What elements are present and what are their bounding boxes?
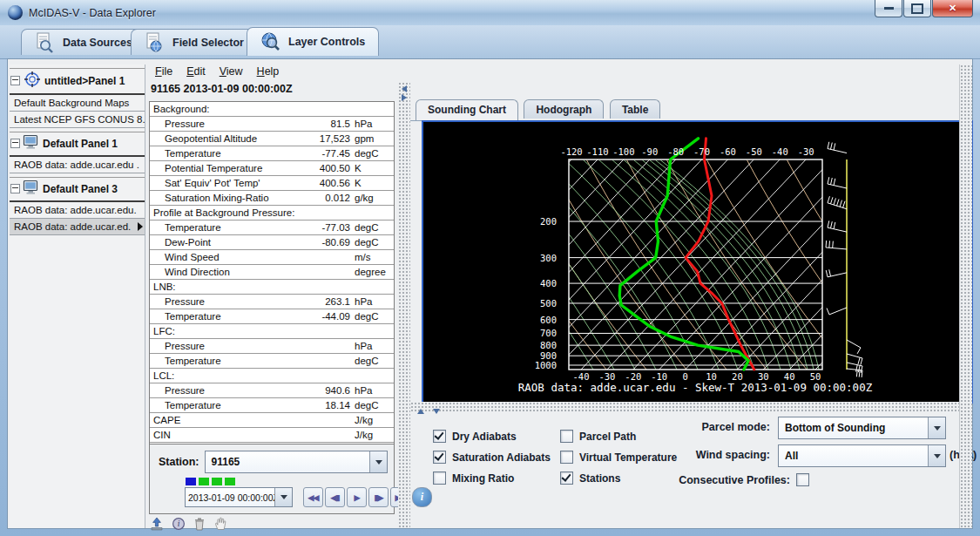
param-label: Temperature [150,311,300,322]
checkbox[interactable] [560,472,573,485]
skewt-chart[interactable]: -120-110-100-90-80-70-60-50-40-30-40-30-… [422,120,973,404]
time-step-square[interactable] [225,478,235,485]
param-value: 400.56 [300,178,350,188]
wind-spacing-label: Wind spacing: [628,449,770,461]
tab-hodograph[interactable]: Hodograph [524,99,604,119]
document-globe-icon [145,32,166,53]
chevron-down-icon[interactable] [928,417,945,438]
tree-group-header[interactable]: untitled>Panel 1 [10,68,145,95]
maximize-button[interactable] [903,0,931,17]
menu-edit[interactable]: Edit [181,64,214,79]
param-label: Pressure [150,385,300,396]
param-value: -77.45 [300,148,350,159]
svg-text:-50: -50 [746,146,762,157]
checkbox[interactable] [560,430,573,443]
tab-data-sources[interactable]: Data Sources [21,29,146,55]
go-first-button[interactable]: ◀◀ [303,487,323,507]
param-unit: J/kg [350,415,394,425]
hand-pan-button[interactable] [213,516,228,534]
param-value: -77.03 [300,222,350,233]
tree-item[interactable]: RAOB data: adde.ucar.edu. [10,202,145,219]
checkbox[interactable] [560,451,573,464]
collapse-left-icon[interactable] [402,85,407,92]
param-row: Profile at Background Pressure: [150,206,394,221]
param-row: CINJ/kg [150,428,394,443]
station-combobox[interactable]: 91165 [205,451,388,473]
param-row: Temperature-77.45degC [150,146,394,161]
chevron-down-icon[interactable] [274,488,292,506]
param-unit: m/s [350,252,394,262]
tab-table[interactable]: Table [610,99,660,119]
consecutive-profiles-checkbox[interactable] [796,473,809,486]
time-step-square[interactable] [212,478,222,485]
tree-item[interactable]: Latest NCEP GFS CONUS 8. [10,112,145,128]
time-combobox[interactable]: 2013-01-09 00:00:00Z [185,487,293,507]
mcidas-logo-icon [8,5,23,20]
step-back-button[interactable]: ◀▮ [325,487,345,507]
minimize-icon [884,7,894,10]
chevron-down-icon[interactable] [369,451,387,472]
param-row: TemperaturedegC [150,354,394,369]
display-toolbar: i [150,516,228,534]
param-label: Pressure [150,341,300,351]
param-unit: hPa [350,385,394,396]
tab-sounding-chart[interactable]: Sounding Chart [416,99,518,120]
vertical-scrollbar[interactable] [959,64,972,528]
mcidas-window: McIDAS-V - Data Explorer ✕ Data Sources … [0,0,980,536]
param-label: Pressure [150,119,300,129]
param-value: 18.14 [300,400,350,410]
svg-text:i: i [178,519,180,528]
parcel-mode-label: Parcel mode: [628,421,770,433]
param-row: PressurehPa [150,339,394,354]
delete-button[interactable] [193,517,206,534]
step-forward-button[interactable]: ▮▶ [368,487,389,507]
time-step-indicator [186,478,394,485]
info-button[interactable]: i [172,517,186,534]
param-label: Temperature [150,222,300,233]
collapse-icon[interactable] [10,184,20,193]
checkbox[interactable] [433,472,446,485]
tab-field-selector[interactable]: Field Selector [131,29,258,55]
export-button[interactable] [150,517,164,534]
param-label: LNB: [150,282,300,292]
close-button[interactable]: ✕ [932,0,973,17]
time-step-square[interactable] [186,478,196,485]
collapse-icon[interactable] [10,76,20,85]
minimize-button[interactable] [875,0,902,17]
param-row: Pressure263.1hPa [150,295,394,309]
checkbox[interactable] [433,430,446,443]
sounding-control-panel: FileEditViewHelp 91165 2013-01-09 00:00:… [145,59,398,528]
tree-item[interactable]: RAOB data: adde.ucar.edu . [10,157,145,173]
tree-group-header[interactable]: Default Panel 3 [10,177,145,202]
svg-text:400: 400 [540,278,557,288]
param-row: Geopotential Altitude17,523gpm [150,132,394,146]
horizontal-splitter[interactable] [410,402,962,412]
tab-layer-controls[interactable]: Layer Controls [247,27,379,56]
tree-item[interactable]: Default Background Maps [10,95,145,112]
collapse-right-icon[interactable] [402,94,407,101]
parcel-mode-combobox[interactable]: Bottom of Sounding [778,417,946,439]
collapse-icon[interactable] [10,139,20,148]
vertical-splitter[interactable] [398,82,410,528]
param-unit: degC [350,222,394,233]
param-label: Pressure [150,296,300,307]
param-unit: hPa [350,341,394,351]
sounding-data-frame: Background:Pressure81.5hPaGeopotential A… [149,101,395,514]
option-parcel-path: Parcel Path [560,430,636,443]
wind-spacing-combobox[interactable]: All [778,444,946,467]
play-button[interactable]: ▶ [347,487,367,507]
tree-item[interactable]: RAOB data: adde.ucar.ed. [10,219,145,235]
param-label: CIN [150,430,300,440]
menu-view[interactable]: View [214,64,252,79]
tree-group: Default Panel 3RAOB data: adde.ucar.edu.… [10,177,145,235]
param-value: -80.69 [300,237,350,248]
time-step-square[interactable] [199,478,209,485]
param-row: Temperature18.14degC [150,398,394,413]
menu-file[interactable]: File [150,64,181,79]
tree-group-header[interactable]: Default Panel 1 [10,132,145,157]
chevron-down-icon[interactable] [928,445,945,466]
checkbox[interactable] [433,451,446,464]
svg-text:-70: -70 [693,146,710,157]
menu-help[interactable]: Help [252,64,288,79]
tab-label: Layer Controls [288,36,365,48]
